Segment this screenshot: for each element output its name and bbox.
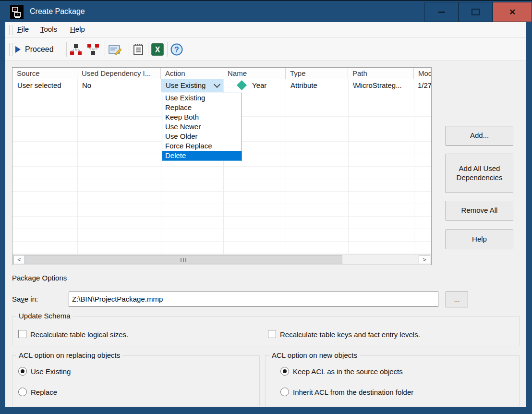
recalc-keys-checkbox[interactable] xyxy=(268,330,276,338)
notes-button[interactable] xyxy=(132,43,145,56)
acl-new-inherit-label: Inherit ACL from the destination folder xyxy=(293,388,413,396)
toolbar-separator xyxy=(148,42,148,57)
dropdown-item-replace[interactable]: Replace xyxy=(162,103,242,112)
table-header: Source Used Dependency I... Action Name … xyxy=(12,68,431,79)
dropdown-item-keep-both[interactable]: Keep Both xyxy=(162,112,242,122)
used-dependencies-icon xyxy=(70,44,82,55)
package-options-label: Package Options xyxy=(12,274,67,282)
add-button[interactable]: Add... xyxy=(446,126,513,146)
scroll-left-button[interactable]: < xyxy=(13,255,25,264)
title-bar[interactable]: Create Package ✕ xyxy=(0,0,532,22)
scroll-right-button[interactable]: > xyxy=(419,255,430,264)
menubar-grip[interactable] xyxy=(9,25,12,35)
menu-file[interactable]: File xyxy=(17,25,29,33)
app-icon xyxy=(10,5,24,19)
toolbar xyxy=(5,38,526,61)
acl-replacing-groupbox: ACL option on replacing objects Use Exis… xyxy=(12,355,260,406)
update-schema-groupbox: Update Schema Recalculate table logical … xyxy=(12,316,520,346)
proceed-icon xyxy=(15,46,21,53)
update-schema-title: Update Schema xyxy=(16,312,73,320)
cell-name: Year xyxy=(247,79,286,92)
cell-used-dependency: No xyxy=(77,79,161,92)
acl-replacing-title: ACL option on replacing objects xyxy=(16,351,122,359)
excel-export-button[interactable]: X xyxy=(151,43,164,56)
properties-button[interactable] xyxy=(109,43,122,56)
toolbar-separator xyxy=(129,42,129,57)
acl-new-groupbox: ACL option on new objects Keep ACL as in… xyxy=(265,355,520,406)
used-by-dependencies-button[interactable] xyxy=(86,43,100,56)
cell-source: User selected xyxy=(12,79,77,92)
column-header-path[interactable]: Path xyxy=(348,68,414,79)
menu-tools[interactable]: Tools xyxy=(40,25,57,33)
minimize-button[interactable] xyxy=(424,2,459,22)
chevron-down-icon xyxy=(214,81,220,88)
maximize-button[interactable] xyxy=(459,2,493,22)
column-divider xyxy=(77,79,78,254)
scroll-left-icon: < xyxy=(17,256,21,263)
horizontal-scrollbar[interactable]: < > xyxy=(12,254,431,265)
acl-replacing-replace-radio[interactable] xyxy=(18,388,27,396)
acl-replacing-replace-label: Replace xyxy=(31,388,57,396)
help-icon: ? xyxy=(170,43,183,56)
dropdown-item-use-older[interactable]: Use Older xyxy=(162,132,242,141)
dropdown-item-delete[interactable]: Delete xyxy=(162,151,242,160)
used-by-dependencies-icon xyxy=(87,44,99,55)
proceed-label: Proceed xyxy=(25,45,54,54)
column-header-modified[interactable]: Mod xyxy=(414,68,431,79)
svg-text:X: X xyxy=(155,46,160,54)
recalc-keys-label: Recalculate table keys and fact entry le… xyxy=(280,330,420,339)
dropdown-item-force-replace[interactable]: Force Replace xyxy=(162,141,242,151)
cell-modified: 1/27 xyxy=(414,79,431,92)
maximize-icon xyxy=(472,9,480,15)
dropdown-item-use-newer[interactable]: Use Newer xyxy=(162,122,242,132)
menu-help[interactable]: Help xyxy=(70,25,85,33)
toolbar-separator xyxy=(105,42,105,57)
column-divider xyxy=(414,79,414,254)
acl-replacing-use-existing-label: Use Existing xyxy=(31,367,71,376)
cell-type: Attribute xyxy=(286,79,348,92)
attribute-diamond-icon xyxy=(237,80,247,90)
notes-icon xyxy=(133,43,144,56)
properties-icon xyxy=(109,44,122,55)
acl-new-keep-radio[interactable] xyxy=(280,367,289,376)
close-icon: ✕ xyxy=(509,8,516,16)
proceed-button[interactable]: Proceed xyxy=(15,43,54,56)
acl-new-title: ACL option on new objects xyxy=(269,351,360,359)
column-header-used-dependency[interactable]: Used Dependency I... xyxy=(77,68,161,79)
save-path-input[interactable]: Z:\BIN\ProjectPackage.mmp xyxy=(69,292,438,307)
help-side-button[interactable]: Help xyxy=(446,230,513,249)
acl-replacing-use-existing-radio[interactable] xyxy=(18,367,27,376)
help-button[interactable]: ? xyxy=(170,43,183,56)
excel-export-icon: X xyxy=(151,43,164,56)
toolbar-grip[interactable] xyxy=(9,43,12,56)
column-divider xyxy=(161,79,161,254)
column-header-action[interactable]: Action xyxy=(161,68,223,79)
recalc-logical-sizes-label: Recalculate table logical sizes. xyxy=(30,330,128,339)
toolbar-separator xyxy=(66,42,67,57)
used-dependencies-button[interactable] xyxy=(69,43,83,56)
column-header-type[interactable]: Type xyxy=(286,68,348,79)
svg-text:?: ? xyxy=(174,46,179,54)
action-combobox-value: Use Existing xyxy=(166,79,206,92)
column-divider xyxy=(348,79,349,254)
browse-button[interactable]: ... xyxy=(446,292,468,307)
acl-new-keep-label: Keep ACL as in the source objects xyxy=(293,367,403,376)
scrollbar-thumb[interactable] xyxy=(25,255,342,264)
table-row[interactable]: User selected No Use Existing Year Attri… xyxy=(12,79,431,92)
dropdown-item-use-existing[interactable]: Use Existing xyxy=(162,93,242,103)
scroll-right-icon: > xyxy=(423,256,426,263)
close-button[interactable]: ✕ xyxy=(493,2,532,22)
scrollbar-grip xyxy=(181,258,186,262)
action-combobox[interactable]: Use Existing xyxy=(161,79,223,92)
toolbar-separator xyxy=(167,42,168,57)
column-header-source[interactable]: Source xyxy=(12,68,77,79)
remove-all-button[interactable]: Remove All xyxy=(446,201,513,220)
minimize-icon xyxy=(438,12,445,13)
column-header-name[interactable]: Name xyxy=(223,68,286,79)
add-all-used-dependencies-button[interactable]: Add All Used Dependencies xyxy=(446,154,513,193)
acl-new-inherit-radio[interactable] xyxy=(280,388,289,396)
save-in-label: Save in: xyxy=(12,295,38,303)
recalc-logical-sizes-checkbox[interactable] xyxy=(18,330,26,338)
action-dropdown-list: Use Existing Replace Keep Both Use Newer… xyxy=(162,93,242,161)
column-divider xyxy=(286,79,286,254)
